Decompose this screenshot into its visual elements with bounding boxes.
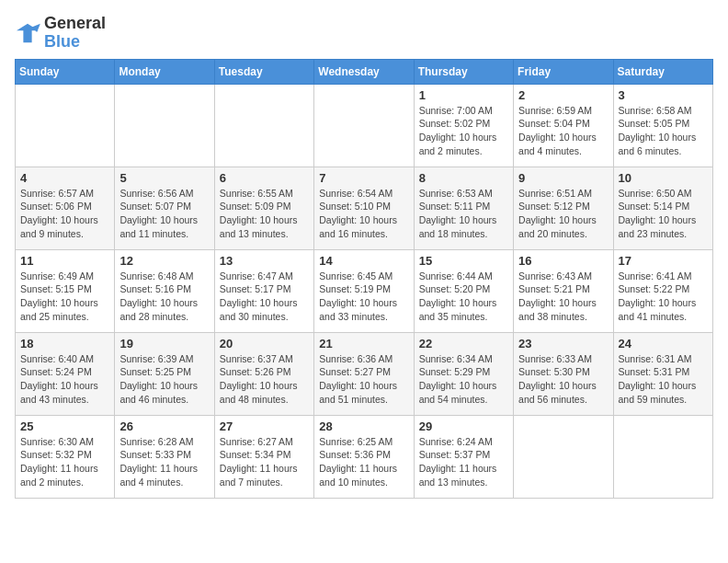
day-number: 11 — [20, 254, 109, 268]
svg-marker-1 — [32, 24, 40, 32]
day-cell: 24Sunrise: 6:31 AM Sunset: 5:31 PM Dayli… — [613, 332, 712, 415]
day-info: Sunrise: 6:27 AM Sunset: 5:34 PM Dayligh… — [220, 435, 309, 489]
day-cell: 15Sunrise: 6:44 AM Sunset: 5:20 PM Dayli… — [414, 249, 513, 332]
day-info: Sunrise: 6:43 AM Sunset: 5:21 PM Dayligh… — [518, 270, 608, 324]
header-cell-thursday: Thursday — [414, 59, 513, 84]
day-number: 7 — [319, 171, 408, 185]
week-row-4: 18Sunrise: 6:40 AM Sunset: 5:24 PM Dayli… — [16, 332, 713, 415]
day-number: 24 — [619, 337, 708, 350]
week-row-3: 11Sunrise: 6:49 AM Sunset: 5:15 PM Dayli… — [16, 249, 713, 332]
header-cell-wednesday: Wednesday — [314, 59, 414, 84]
day-number: 21 — [319, 337, 408, 350]
day-cell: 29Sunrise: 6:24 AM Sunset: 5:37 PM Dayli… — [414, 415, 513, 498]
day-cell: 25Sunrise: 6:30 AM Sunset: 5:32 PM Dayli… — [16, 415, 115, 498]
day-info: Sunrise: 6:24 AM Sunset: 5:37 PM Dayligh… — [419, 435, 508, 489]
day-number: 5 — [119, 171, 209, 185]
day-info: Sunrise: 6:36 AM Sunset: 5:27 PM Dayligh… — [319, 352, 408, 407]
logo: General Blue — [15, 15, 106, 52]
header-row: SundayMondayTuesdayWednesdayThursdayFrid… — [16, 59, 713, 84]
day-cell: 12Sunrise: 6:48 AM Sunset: 5:16 PM Dayli… — [115, 249, 214, 332]
week-row-5: 25Sunrise: 6:30 AM Sunset: 5:32 PM Dayli… — [16, 415, 713, 498]
header-cell-saturday: Saturday — [613, 59, 712, 84]
day-info: Sunrise: 6:55 AM Sunset: 5:09 PM Dayligh… — [220, 187, 309, 241]
day-cell — [514, 415, 613, 498]
day-cell: 22Sunrise: 6:34 AM Sunset: 5:29 PM Dayli… — [414, 332, 513, 415]
day-cell: 3Sunrise: 6:58 AM Sunset: 5:05 PM Daylig… — [613, 84, 712, 167]
header-cell-tuesday: Tuesday — [214, 59, 313, 84]
day-info: Sunrise: 6:40 AM Sunset: 5:24 PM Dayligh… — [20, 352, 109, 407]
day-number: 4 — [20, 171, 109, 185]
week-row-1: 1Sunrise: 7:00 AM Sunset: 5:02 PM Daylig… — [16, 84, 713, 167]
day-number: 1 — [419, 88, 508, 102]
logo-icon — [15, 22, 40, 44]
week-row-2: 4Sunrise: 6:57 AM Sunset: 5:06 PM Daylig… — [16, 167, 713, 249]
day-info: Sunrise: 6:45 AM Sunset: 5:19 PM Dayligh… — [319, 270, 408, 324]
day-cell: 4Sunrise: 6:57 AM Sunset: 5:06 PM Daylig… — [16, 167, 115, 249]
day-cell: 5Sunrise: 6:56 AM Sunset: 5:07 PM Daylig… — [115, 167, 214, 249]
day-info: Sunrise: 6:39 AM Sunset: 5:25 PM Dayligh… — [119, 352, 209, 407]
day-info: Sunrise: 6:59 AM Sunset: 5:04 PM Dayligh… — [518, 104, 608, 158]
day-cell: 18Sunrise: 6:40 AM Sunset: 5:24 PM Dayli… — [16, 332, 115, 415]
day-info: Sunrise: 6:53 AM Sunset: 5:11 PM Dayligh… — [419, 187, 508, 241]
day-number: 6 — [220, 171, 309, 185]
day-cell: 8Sunrise: 6:53 AM Sunset: 5:11 PM Daylig… — [414, 167, 513, 249]
day-number: 9 — [518, 171, 608, 185]
header-cell-monday: Monday — [115, 59, 214, 84]
day-number: 22 — [419, 337, 508, 350]
day-cell: 7Sunrise: 6:54 AM Sunset: 5:10 PM Daylig… — [314, 167, 414, 249]
day-number: 17 — [619, 254, 708, 268]
day-cell: 23Sunrise: 6:33 AM Sunset: 5:30 PM Dayli… — [514, 332, 613, 415]
day-info: Sunrise: 6:49 AM Sunset: 5:15 PM Dayligh… — [20, 270, 109, 324]
day-info: Sunrise: 6:31 AM Sunset: 5:31 PM Dayligh… — [619, 352, 708, 407]
day-cell: 13Sunrise: 6:47 AM Sunset: 5:17 PM Dayli… — [214, 249, 313, 332]
logo-text: General Blue — [44, 15, 106, 52]
day-cell: 2Sunrise: 6:59 AM Sunset: 5:04 PM Daylig… — [514, 84, 613, 167]
day-info: Sunrise: 6:48 AM Sunset: 5:16 PM Dayligh… — [119, 270, 209, 324]
day-info: Sunrise: 6:56 AM Sunset: 5:07 PM Dayligh… — [119, 187, 209, 241]
day-info: Sunrise: 6:28 AM Sunset: 5:33 PM Dayligh… — [119, 435, 209, 489]
day-number: 27 — [220, 419, 309, 433]
calendar-header: SundayMondayTuesdayWednesdayThursdayFrid… — [16, 59, 713, 84]
day-info: Sunrise: 6:47 AM Sunset: 5:17 PM Dayligh… — [220, 270, 309, 324]
day-info: Sunrise: 6:54 AM Sunset: 5:10 PM Dayligh… — [319, 187, 408, 241]
day-number: 19 — [119, 337, 209, 350]
day-info: Sunrise: 6:44 AM Sunset: 5:20 PM Dayligh… — [419, 270, 508, 324]
day-info: Sunrise: 6:57 AM Sunset: 5:06 PM Dayligh… — [20, 187, 109, 241]
day-number: 2 — [518, 88, 608, 102]
day-info: Sunrise: 6:34 AM Sunset: 5:29 PM Dayligh… — [419, 352, 508, 407]
day-info: Sunrise: 6:41 AM Sunset: 5:22 PM Dayligh… — [619, 270, 708, 324]
day-number: 28 — [319, 419, 408, 433]
day-number: 12 — [119, 254, 209, 268]
day-number: 15 — [419, 254, 508, 268]
day-info: Sunrise: 7:00 AM Sunset: 5:02 PM Dayligh… — [419, 104, 508, 158]
day-cell: 6Sunrise: 6:55 AM Sunset: 5:09 PM Daylig… — [214, 167, 313, 249]
day-number: 14 — [319, 254, 408, 268]
day-cell — [314, 84, 414, 167]
calendar-table: SundayMondayTuesdayWednesdayThursdayFrid… — [15, 59, 713, 499]
day-info: Sunrise: 6:51 AM Sunset: 5:12 PM Dayligh… — [518, 187, 608, 241]
day-number: 3 — [619, 88, 708, 102]
day-cell: 14Sunrise: 6:45 AM Sunset: 5:19 PM Dayli… — [314, 249, 414, 332]
day-cell: 10Sunrise: 6:50 AM Sunset: 5:14 PM Dayli… — [613, 167, 712, 249]
day-cell — [115, 84, 214, 167]
day-cell: 9Sunrise: 6:51 AM Sunset: 5:12 PM Daylig… — [514, 167, 613, 249]
day-info: Sunrise: 6:58 AM Sunset: 5:05 PM Dayligh… — [619, 104, 708, 158]
day-info: Sunrise: 6:30 AM Sunset: 5:32 PM Dayligh… — [20, 435, 109, 489]
day-cell — [16, 84, 115, 167]
day-cell: 16Sunrise: 6:43 AM Sunset: 5:21 PM Dayli… — [514, 249, 613, 332]
day-number: 20 — [220, 337, 309, 350]
day-number: 8 — [419, 171, 508, 185]
day-number: 29 — [419, 419, 508, 433]
day-number: 13 — [220, 254, 309, 268]
day-number: 26 — [119, 419, 209, 433]
day-info: Sunrise: 6:25 AM Sunset: 5:36 PM Dayligh… — [319, 435, 408, 489]
day-info: Sunrise: 6:50 AM Sunset: 5:14 PM Dayligh… — [619, 187, 708, 241]
day-cell: 28Sunrise: 6:25 AM Sunset: 5:36 PM Dayli… — [314, 415, 414, 498]
day-cell: 19Sunrise: 6:39 AM Sunset: 5:25 PM Dayli… — [115, 332, 214, 415]
day-info: Sunrise: 6:33 AM Sunset: 5:30 PM Dayligh… — [518, 352, 608, 407]
header-cell-sunday: Sunday — [16, 59, 115, 84]
day-cell — [613, 415, 712, 498]
calendar-body: 1Sunrise: 7:00 AM Sunset: 5:02 PM Daylig… — [16, 84, 713, 498]
day-cell: 26Sunrise: 6:28 AM Sunset: 5:33 PM Dayli… — [115, 415, 214, 498]
day-number: 10 — [619, 171, 708, 185]
